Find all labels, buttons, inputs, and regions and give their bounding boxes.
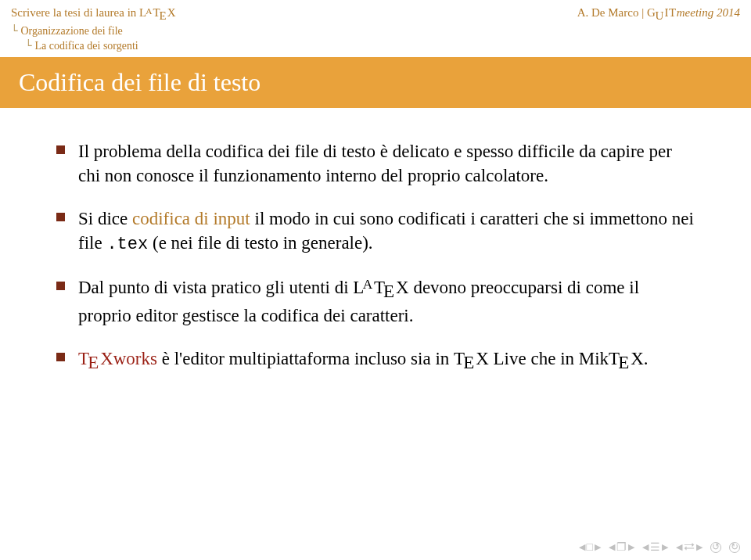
doc-title: Scrivere la tesi di laurea in LATEX (11, 6, 176, 23)
nav-prev-subsection[interactable]: ◀⮂▶ (676, 541, 702, 554)
bullet-2-code: .tex (106, 235, 148, 254)
nav-prev-slide[interactable]: ◀□▶ (579, 541, 601, 554)
tex-logo: TEX (609, 349, 644, 368)
latex-logo: LATEX (353, 278, 408, 297)
nav-back-icon[interactable] (710, 542, 721, 553)
tree-icon: └ (11, 24, 17, 37)
bullet-3: Dal punto di vista pratico gli utenti di… (78, 275, 696, 328)
bullet-4-text-a: è l'editor multipiattaforma incluso sia … (157, 349, 454, 368)
bullet-3-text-a: Dal punto di vista pratico gli utenti di (78, 278, 353, 297)
bullet-4-text-c: . (644, 349, 649, 368)
bullet-1-text: Il problema della codifica dei file di t… (78, 142, 672, 185)
title-band: Codifica dei file di testo (0, 57, 751, 108)
bullet-2: Si dice codifica di input il modo in cui… (78, 206, 696, 257)
bullet-4-text-b: Live che in Mik (489, 349, 609, 368)
tree-icon: └ (25, 39, 31, 52)
bullet-marker-icon (56, 282, 65, 290)
breadcrumb-level-2: └La codifica dei sorgenti (11, 39, 176, 52)
bullet-marker-icon (56, 353, 65, 361)
breadcrumb-level-1: └Organizzazione dei file (11, 24, 176, 38)
bullet-marker-icon (56, 145, 65, 154)
bullet-marker-icon (56, 213, 65, 221)
bullet-1: Il problema della codifica dei file di t… (78, 139, 696, 188)
tex-logo: TEX (454, 349, 489, 368)
slide-body: Il problema della codifica dei file di t… (0, 108, 751, 393)
bullet-2-text-a: Si dice (78, 209, 132, 228)
slide-header: Scrivere la tesi di laurea in LATEX └Org… (0, 0, 751, 57)
bullet-2-text-c: (e nei file di testo in generale). (148, 233, 372, 253)
bullet-2-accent: codifica di input (132, 209, 250, 228)
slide-title: Codifica dei file di testo (19, 68, 732, 97)
nav-prev-frame[interactable]: ◀❐▶ (609, 540, 634, 554)
header-left: Scrivere la tesi di laurea in LATEX └Org… (11, 6, 176, 52)
nav-forward-icon[interactable] (729, 542, 740, 553)
bullet-4-app-name: TEXworks (78, 349, 157, 368)
beamer-nav: ◀□▶ ◀❐▶ ◀☰▶ ◀⮂▶ (579, 540, 740, 554)
bullet-4: TEXworks è l'editor multipiattaforma inc… (78, 346, 696, 375)
header-right: A. De Marco | GUITmeeting 2014 (577, 6, 740, 52)
nav-prev-section[interactable]: ◀☰▶ (642, 540, 668, 554)
